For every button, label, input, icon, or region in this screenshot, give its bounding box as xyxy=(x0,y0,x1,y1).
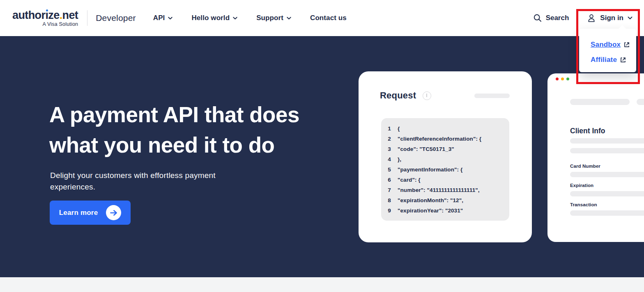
menu-item-label: Sandbox xyxy=(591,41,621,49)
window-traffic-lights xyxy=(556,78,569,80)
header-utils: Search Sign in xyxy=(534,14,637,23)
page: authorıze.net A Visa Solution Developer … xyxy=(0,0,644,292)
client-field-expiration: Expiration xyxy=(570,183,644,202)
nav-item-support[interactable]: Support xyxy=(256,14,291,22)
code-line-number: 2 xyxy=(381,134,398,144)
code-line-text: "expirationYear": "2031" xyxy=(398,205,463,216)
nav-item-label: Contact us xyxy=(310,14,347,22)
nav-item-label: API xyxy=(153,14,165,22)
client-info-card: Client Info Card NumberExpirationTransac… xyxy=(547,73,644,242)
code-line: 6"card": { xyxy=(381,175,509,185)
placeholder-bar xyxy=(570,210,644,216)
traffic-light-green xyxy=(566,78,569,80)
client-field-transaction: Transaction xyxy=(570,202,644,221)
hero-section: A payment API that does what you need it… xyxy=(0,36,644,277)
brand-tagline: A Visa Solution xyxy=(42,21,78,27)
placeholder-bar xyxy=(570,138,644,144)
code-line-text: "expirationMonth": "12", xyxy=(398,195,463,205)
header: authorıze.net A Visa Solution Developer … xyxy=(0,0,644,36)
request-card-header: Request xyxy=(380,90,510,101)
code-line-text: "card": { xyxy=(398,175,421,185)
code-line-text: "paymentInformation": { xyxy=(398,164,462,175)
code-line-text: { xyxy=(398,123,400,134)
placeholder-pill xyxy=(637,99,644,105)
brand-wordmark: authorıze.net xyxy=(12,9,78,21)
code-line-number: 9 xyxy=(381,205,398,216)
client-info-heading: Client Info xyxy=(570,127,605,135)
hero-title-line1: A payment API that does xyxy=(49,100,299,130)
nav-item-label: Support xyxy=(256,14,283,22)
site-name: Developer xyxy=(96,13,136,23)
logo-divider xyxy=(87,10,87,26)
code-line-text: "clientReferenceInformation": { xyxy=(398,134,481,144)
code-line: 9"expirationYear": "2031" xyxy=(381,205,509,216)
footer-strip xyxy=(0,277,644,292)
brand-i-dot xyxy=(46,9,48,11)
main-nav: APIHello worldSupportContact us xyxy=(153,14,347,22)
client-fields: Card NumberExpirationTransaction xyxy=(570,164,644,221)
logo[interactable]: authorıze.net A Visa Solution Developer xyxy=(12,9,136,27)
placeholder-bar xyxy=(570,191,644,196)
info-icon[interactable] xyxy=(423,91,431,100)
code-block: 1{2"clientReferenceInformation": {3"code… xyxy=(381,118,509,221)
traffic-light-red xyxy=(556,78,559,80)
client-field-label: Card Number xyxy=(570,164,644,169)
request-title: Request xyxy=(380,90,416,101)
code-line-text: "number": "4111111111111111", xyxy=(398,185,480,195)
code-line: 1{ xyxy=(381,123,509,134)
placeholder-bar xyxy=(570,148,644,153)
placeholder-pill xyxy=(570,99,630,105)
code-line-number: 3 xyxy=(381,144,398,154)
traffic-light-yellow xyxy=(561,78,564,80)
code-line-number: 6 xyxy=(381,175,398,185)
external-link-icon xyxy=(620,57,626,63)
code-line-number: 8 xyxy=(381,195,398,205)
menu-item-affiliate[interactable]: Affiliate xyxy=(579,52,636,67)
learn-more-button[interactable]: Learn more xyxy=(50,201,131,225)
code-line: 8"expirationMonth": "12", xyxy=(381,195,509,205)
code-line: 7"number": "4111111111111111", xyxy=(381,185,509,195)
code-line: 5"paymentInformation": { xyxy=(381,164,509,175)
menu-item-label: Affiliate xyxy=(591,56,617,64)
code-line-number: 5 xyxy=(381,164,398,175)
code-line-number: 1 xyxy=(381,123,398,134)
client-field-label: Transaction xyxy=(570,202,644,207)
code-line-number: 7 xyxy=(381,185,398,195)
hero-subtitle: Delight your customers with effortless p… xyxy=(50,170,247,193)
nav-item-contact-us[interactable]: Contact us xyxy=(310,14,347,22)
code-line-number: 4 xyxy=(381,154,398,164)
brand-wrap: authorıze.net A Visa Solution xyxy=(12,9,78,27)
code-line-text: }, xyxy=(398,154,401,164)
hero-title: A payment API that does what you need it… xyxy=(49,100,299,160)
hero-title-line2: what you need it to do xyxy=(49,130,299,160)
placeholder-pill xyxy=(474,94,510,98)
client-field-label: Expiration xyxy=(570,183,644,188)
nav-item-label: Hello world xyxy=(191,14,230,22)
client-field-card-number: Card Number xyxy=(570,164,644,183)
chevron-down-icon xyxy=(287,17,291,20)
search-label: Search xyxy=(546,14,569,22)
request-card: Request 1{2"clientReferenceInformation":… xyxy=(359,71,532,242)
search-icon xyxy=(534,14,542,22)
brand-orange-dot: . xyxy=(60,9,62,21)
learn-more-label: Learn more xyxy=(59,209,98,217)
signin-dropdown-menu: SandboxAffiliate xyxy=(579,29,636,72)
placeholder-bar xyxy=(570,172,644,177)
chevron-down-icon xyxy=(233,17,237,20)
external-link-icon xyxy=(623,41,630,48)
chevron-down-icon xyxy=(168,17,172,20)
chevron-down-icon xyxy=(628,16,632,20)
signin-button[interactable]: Sign in xyxy=(587,14,632,23)
search-button[interactable]: Search xyxy=(534,14,569,22)
nav-item-hello-world[interactable]: Hello world xyxy=(191,14,237,22)
nav-item-api[interactable]: API xyxy=(153,14,173,22)
code-line: 3"code": "TC50171_3" xyxy=(381,144,509,154)
arrow-right-icon xyxy=(106,205,121,220)
code-line-text: "code": "TC50171_3" xyxy=(398,144,454,154)
code-line: 4}, xyxy=(381,154,509,164)
code-line: 2"clientReferenceInformation": { xyxy=(381,134,509,144)
signin-label: Sign in xyxy=(600,14,623,22)
person-icon xyxy=(587,14,596,23)
menu-item-sandbox[interactable]: Sandbox xyxy=(579,37,636,52)
